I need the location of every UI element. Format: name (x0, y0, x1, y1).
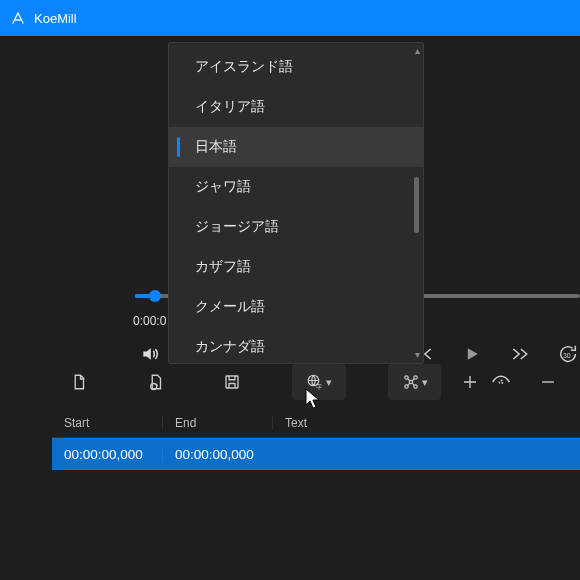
svg-rect-2 (226, 376, 238, 388)
app-title: KoeMill (34, 11, 77, 26)
model-dropdown-button[interactable]: ▾ (388, 364, 442, 400)
save-button[interactable] (215, 364, 250, 400)
open-file-button[interactable] (139, 364, 174, 400)
titlebar: KoeMill (0, 0, 580, 36)
remove-button[interactable] (530, 364, 566, 400)
cell-start: 00:00:00,000 (52, 447, 162, 462)
language-option[interactable]: アイスランド語 (169, 47, 423, 87)
language-option[interactable]: 日本語 (169, 127, 423, 167)
chevron-down-icon: ▾ (326, 376, 332, 389)
app-icon (10, 10, 26, 26)
toolbar-right (438, 360, 580, 404)
time-current: 0:00:0 (133, 314, 166, 328)
add-button[interactable] (452, 364, 488, 400)
cell-end: 00:00:00,000 (162, 447, 272, 462)
svg-text:30: 30 (563, 352, 571, 359)
dropdown-scrollbar[interactable]: ▴ ▾ (413, 47, 421, 359)
language-option[interactable]: ジャワ語 (169, 167, 423, 207)
new-file-button[interactable] (62, 364, 97, 400)
column-header-start[interactable]: Start (52, 416, 162, 430)
subtitle-table: Start End Text 00:00:00,000 00:00:00,000 (52, 408, 580, 470)
language-dropdown[interactable]: アイスランド語イタリア語日本語ジャワ語ジョージア語カザフ語クメール語カンナダ語 … (168, 42, 424, 364)
language-option[interactable]: カンナダ語 (169, 327, 423, 364)
table-row[interactable]: 00:00:00,000 00:00:00,000 (52, 438, 580, 470)
language-option[interactable]: カザフ語 (169, 247, 423, 287)
table-header: Start End Text (52, 408, 580, 438)
language-option[interactable]: クメール語 (169, 287, 423, 327)
chevron-down-icon: ▾ (422, 376, 428, 389)
language-option[interactable]: ジョージア語 (169, 207, 423, 247)
mouse-cursor (305, 388, 323, 410)
column-header-end[interactable]: End (162, 416, 272, 430)
column-header-text[interactable]: Text (272, 416, 580, 430)
language-option[interactable]: イタリア語 (169, 87, 423, 127)
